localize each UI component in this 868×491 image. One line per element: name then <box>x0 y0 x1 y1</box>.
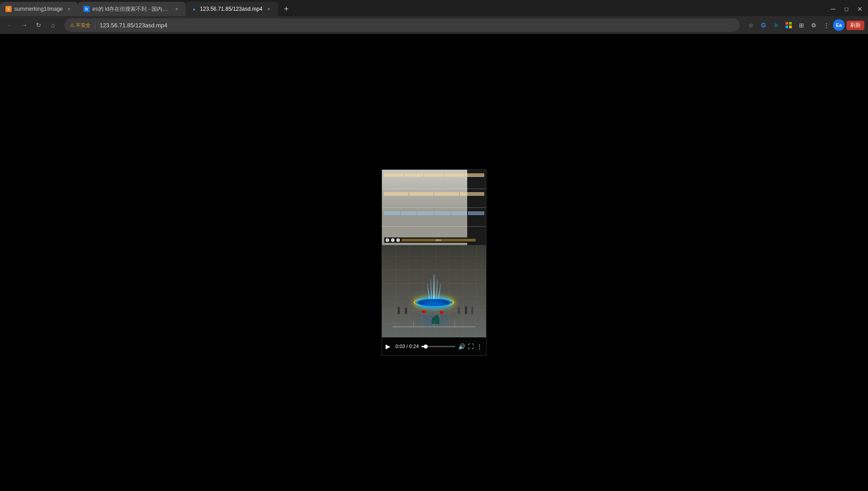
tab-title-1: summerking1/image <box>14 6 63 12</box>
time-display: 0:03 / 0:24 <box>395 344 419 349</box>
tab-close-3[interactable]: × <box>265 5 273 13</box>
tab-close-1[interactable]: × <box>65 5 73 13</box>
warning-icon: ⚠ <box>70 22 74 28</box>
svg-rect-1 <box>789 22 792 25</box>
minimize-button[interactable]: ─ <box>827 3 839 15</box>
fullscreen-button[interactable]: ⛶ <box>468 343 474 350</box>
bookmark-star-button[interactable]: ☆ <box>745 19 757 31</box>
address-bar[interactable]: ⚠ 不安全 | 123.56.71.85/123asd.mp4 <box>65 18 740 32</box>
tab-favicon-3: ● <box>191 6 197 12</box>
security-warning: ⚠ 不安全 <box>70 22 91 29</box>
tab-summerking[interactable]: S summerking1/image × <box>0 2 78 16</box>
tab-favicon-2: b <box>83 6 90 12</box>
progress-bar[interactable] <box>421 346 456 347</box>
security-text: 不安全 <box>76 22 91 29</box>
progress-fill <box>421 346 425 347</box>
video-controls: ▶ 0:03 / 0:24 🔊 ⛶ ⋮ <box>382 337 486 355</box>
tab-video[interactable]: ● 123.56.71.85/123asd.mp4 × <box>186 2 278 16</box>
tab-bing[interactable]: b es的 id存在但搜索不到 - 国内影... × <box>78 2 186 16</box>
google-accounts-button[interactable]: G <box>758 19 769 31</box>
more-tools-button[interactable]: ⋮ <box>820 19 832 31</box>
reload-button[interactable]: ↻ <box>32 19 45 31</box>
video-frame: MALL <box>382 170 486 337</box>
extensions-button[interactable]: ⊞ <box>795 19 807 31</box>
profile-button[interactable]: Ea <box>833 19 845 31</box>
refresh-special-button[interactable]: 刷新 <box>846 21 864 30</box>
play-button[interactable]: ▶ <box>386 343 393 350</box>
forward-button[interactable]: → <box>18 19 30 31</box>
tab-title-2: es的 id存在但搜索不到 - 国内影... <box>92 5 170 13</box>
restore-button[interactable]: ◻ <box>840 3 853 15</box>
tab-title-3: 123.56.71.85/123asd.mp4 <box>200 6 262 12</box>
progress-dot <box>424 345 428 349</box>
tab-close-2[interactable]: × <box>173 5 180 13</box>
nav-right-icons: ☆ G b ⊞ ⚙ ⋮ Ea 刷新 <box>745 19 864 31</box>
mall-scene: MALL <box>382 170 486 337</box>
svg-rect-0 <box>786 22 788 25</box>
current-time: 0:03 <box>395 344 405 349</box>
volume-button[interactable]: 🔊 <box>458 343 465 350</box>
svg-rect-2 <box>786 26 788 28</box>
home-button[interactable]: ⌂ <box>47 19 59 31</box>
new-tab-button[interactable]: + <box>280 2 293 16</box>
svg-rect-3 <box>789 26 792 28</box>
browser-chrome: S summerking1/image × b es的 id存在但搜索不到 - … <box>0 0 868 34</box>
total-time: 0:24 <box>409 344 419 349</box>
back-button[interactable]: ← <box>4 19 16 31</box>
main-content: MALL <box>0 34 868 491</box>
close-window-button[interactable]: ✕ <box>854 3 866 15</box>
mall-upper-floors: MALL <box>382 170 486 245</box>
address-text[interactable]: 123.56.71.85/123asd.mp4 <box>100 22 734 29</box>
bing-button[interactable]: b <box>770 19 782 31</box>
tab-favicon-1: S <box>5 6 12 12</box>
tab-bar: S summerking1/image × b es的 id存在但搜索不到 - … <box>0 0 868 16</box>
separator: | <box>94 21 96 29</box>
navigation-bar: ← → ↻ ⌂ ⚠ 不安全 | 123.56.71.85/123asd.mp4 … <box>0 16 868 34</box>
more-options-button[interactable]: ⋮ <box>477 343 482 350</box>
microsoft-button[interactable] <box>783 19 794 31</box>
settings-button[interactable]: ⚙ <box>808 19 820 31</box>
video-player[interactable]: MALL <box>382 169 486 356</box>
